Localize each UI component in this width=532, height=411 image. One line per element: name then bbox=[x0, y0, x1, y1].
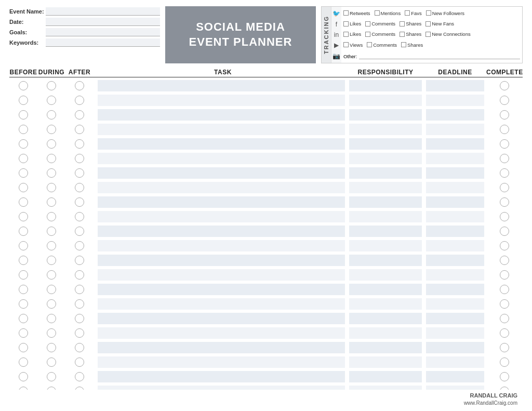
after-circle[interactable] bbox=[75, 212, 84, 221]
shares3-checkbox[interactable] bbox=[401, 42, 406, 47]
task-cell[interactable] bbox=[98, 109, 345, 121]
before-circle[interactable] bbox=[19, 256, 28, 265]
new-followers-checkbox[interactable] bbox=[426, 10, 431, 16]
task-cell[interactable] bbox=[98, 342, 345, 353]
task-cell[interactable] bbox=[98, 240, 345, 251]
after-circle[interactable] bbox=[75, 270, 84, 280]
complete-circle[interactable] bbox=[500, 343, 509, 352]
complete-circle[interactable] bbox=[500, 110, 509, 120]
responsibility-cell[interactable] bbox=[349, 153, 422, 164]
complete-circle[interactable] bbox=[500, 125, 509, 134]
during-circle[interactable] bbox=[47, 372, 56, 381]
deadline-cell[interactable] bbox=[426, 386, 484, 390]
after-circle[interactable] bbox=[75, 241, 84, 250]
during-circle[interactable] bbox=[47, 357, 56, 367]
before-circle[interactable] bbox=[19, 285, 28, 294]
before-circle[interactable] bbox=[19, 212, 28, 221]
responsibility-cell[interactable] bbox=[349, 196, 422, 208]
responsibility-cell[interactable] bbox=[349, 284, 422, 295]
responsibility-cell[interactable] bbox=[349, 342, 422, 353]
responsibility-cell[interactable] bbox=[349, 386, 422, 390]
deadline-cell[interactable] bbox=[426, 124, 484, 135]
complete-circle[interactable] bbox=[500, 328, 509, 338]
during-circle[interactable] bbox=[47, 110, 56, 120]
responsibility-cell[interactable] bbox=[349, 109, 422, 121]
responsibility-cell[interactable] bbox=[349, 298, 422, 310]
favs-checkbox[interactable] bbox=[405, 10, 410, 16]
after-circle[interactable] bbox=[75, 328, 84, 338]
deadline-cell[interactable] bbox=[426, 80, 484, 91]
new-connections-checkbox[interactable] bbox=[425, 32, 431, 37]
deadline-cell[interactable] bbox=[426, 371, 484, 382]
after-circle[interactable] bbox=[75, 183, 84, 192]
deadline-cell[interactable] bbox=[426, 196, 484, 208]
after-circle[interactable] bbox=[75, 343, 84, 352]
responsibility-cell[interactable] bbox=[349, 269, 422, 281]
task-cell[interactable] bbox=[98, 153, 345, 164]
before-circle[interactable] bbox=[19, 81, 28, 90]
after-circle[interactable] bbox=[75, 357, 84, 367]
during-circle[interactable] bbox=[47, 256, 56, 265]
during-circle[interactable] bbox=[47, 125, 56, 134]
responsibility-cell[interactable] bbox=[349, 240, 422, 251]
complete-circle[interactable] bbox=[500, 96, 509, 105]
task-cell[interactable] bbox=[98, 386, 345, 390]
responsibility-cell[interactable] bbox=[349, 226, 422, 237]
task-cell[interactable] bbox=[98, 356, 345, 368]
task-cell[interactable] bbox=[98, 196, 345, 208]
task-cell[interactable] bbox=[98, 371, 345, 382]
before-circle[interactable] bbox=[19, 314, 28, 323]
responsibility-cell[interactable] bbox=[349, 211, 422, 222]
deadline-cell[interactable] bbox=[426, 298, 484, 310]
during-circle[interactable] bbox=[47, 96, 56, 105]
task-cell[interactable] bbox=[98, 167, 345, 179]
deadline-cell[interactable] bbox=[426, 327, 484, 339]
during-circle[interactable] bbox=[47, 183, 56, 192]
after-circle[interactable] bbox=[75, 110, 84, 120]
deadline-cell[interactable] bbox=[426, 284, 484, 295]
during-circle[interactable] bbox=[47, 343, 56, 352]
likes-checkbox[interactable] bbox=[343, 21, 349, 26]
responsibility-cell[interactable] bbox=[349, 95, 422, 106]
task-cell[interactable] bbox=[98, 327, 345, 339]
after-circle[interactable] bbox=[75, 299, 84, 309]
after-circle[interactable] bbox=[75, 256, 84, 265]
complete-circle[interactable] bbox=[500, 168, 509, 178]
after-circle[interactable] bbox=[75, 227, 84, 236]
during-circle[interactable] bbox=[47, 285, 56, 294]
comments2-checkbox[interactable] bbox=[365, 32, 370, 37]
responsibility-cell[interactable] bbox=[349, 255, 422, 266]
views-checkbox[interactable] bbox=[343, 42, 349, 47]
new-fans-checkbox[interactable] bbox=[425, 21, 431, 26]
goals-input[interactable] bbox=[46, 28, 160, 36]
task-cell[interactable] bbox=[98, 124, 345, 135]
complete-circle[interactable] bbox=[500, 197, 509, 207]
retweets-checkbox[interactable] bbox=[343, 10, 349, 16]
complete-circle[interactable] bbox=[500, 270, 509, 280]
during-circle[interactable] bbox=[47, 314, 56, 323]
deadline-cell[interactable] bbox=[426, 255, 484, 266]
responsibility-cell[interactable] bbox=[349, 182, 422, 193]
complete-circle[interactable] bbox=[500, 372, 509, 381]
deadline-cell[interactable] bbox=[426, 211, 484, 222]
during-circle[interactable] bbox=[47, 328, 56, 338]
before-circle[interactable] bbox=[19, 227, 28, 236]
deadline-cell[interactable] bbox=[426, 356, 484, 368]
responsibility-cell[interactable] bbox=[349, 327, 422, 339]
after-circle[interactable] bbox=[75, 285, 84, 294]
complete-circle[interactable] bbox=[500, 227, 509, 236]
before-circle[interactable] bbox=[19, 183, 28, 192]
deadline-cell[interactable] bbox=[426, 342, 484, 353]
before-circle[interactable] bbox=[19, 154, 28, 163]
after-circle[interactable] bbox=[75, 139, 84, 149]
task-cell[interactable] bbox=[98, 313, 345, 324]
during-circle[interactable] bbox=[47, 227, 56, 236]
deadline-cell[interactable] bbox=[426, 167, 484, 179]
responsibility-cell[interactable] bbox=[349, 371, 422, 382]
during-circle[interactable] bbox=[47, 270, 56, 280]
task-cell[interactable] bbox=[98, 255, 345, 266]
responsibility-cell[interactable] bbox=[349, 124, 422, 135]
after-circle[interactable] bbox=[75, 168, 84, 178]
before-circle[interactable] bbox=[19, 139, 28, 149]
deadline-cell[interactable] bbox=[426, 95, 484, 106]
